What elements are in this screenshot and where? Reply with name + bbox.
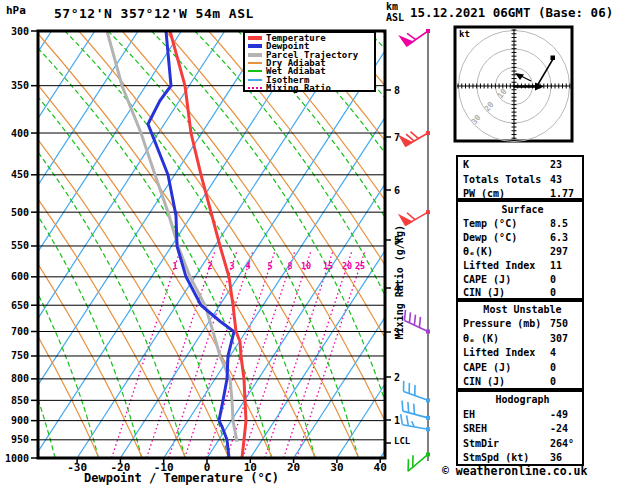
x-axis-label: Dewpoint / Temperature (°C): [84, 472, 279, 485]
table-row: Temp (°C)8.5: [463, 217, 582, 231]
svg-text:1: 1: [394, 415, 400, 426]
svg-text:750: 750: [11, 350, 29, 361]
svg-text:1: 1: [172, 261, 177, 271]
svg-text:550: 550: [11, 240, 29, 251]
datetime-label: 15.12.2021 06GMT (Base: 06): [410, 6, 613, 19]
mixing-ratio-axis-label: Mixing Ratio (g/kg): [395, 212, 406, 352]
legend-label: Mixing Ratio: [266, 83, 331, 93]
hodograph-table: HodographEH-49SREH-24StmDir264°StmSpd (k…: [456, 390, 584, 466]
svg-text:20: 20: [342, 261, 352, 271]
table-row: CIN (J)0: [463, 286, 582, 300]
hodograph-unit-label: kt: [459, 30, 470, 39]
most-unstable-table: Most UnstablePressure (mb)750θₑ (K)307Li…: [456, 300, 584, 390]
legend-swatch-dry-adiabat: [248, 62, 262, 64]
svg-text:20: 20: [287, 461, 300, 474]
legend-swatch-parcel-trajectory: [248, 53, 262, 57]
table-row: SREH-24: [463, 422, 582, 437]
svg-text:500: 500: [11, 207, 29, 218]
svg-text:400: 400: [11, 128, 29, 139]
svg-text:8: 8: [394, 85, 400, 96]
svg-text:450: 450: [11, 169, 29, 180]
table-title: Most Unstable: [463, 303, 582, 317]
hodograph: 102030: [455, 27, 572, 142]
pressure-axis: 3003504004505005506006507007508008509009…: [5, 26, 38, 464]
legend-swatch-isotherm: [248, 79, 262, 81]
svg-text:8: 8: [287, 261, 292, 271]
copyright: © weatheronline.co.uk: [442, 465, 587, 477]
svg-text:30: 30: [330, 461, 343, 474]
svg-text:600: 600: [11, 271, 29, 282]
table-row: CAPE (J)0: [463, 273, 582, 287]
table-row: K23: [463, 158, 582, 173]
svg-text:40: 40: [374, 461, 387, 474]
table-row: Lifted Index11: [463, 259, 582, 273]
svg-text:5: 5: [267, 261, 272, 271]
legend-swatch-wet-adiabat: [248, 70, 262, 72]
skewt-sounding-app: 1234581015202530035040045050055060065070…: [0, 0, 629, 486]
svg-text:4: 4: [245, 261, 250, 271]
svg-text:2: 2: [394, 372, 400, 383]
svg-text:850: 850: [11, 395, 29, 406]
svg-text:700: 700: [11, 326, 29, 337]
svg-text:900: 900: [11, 415, 29, 426]
altitude-axis-unit: kmASL: [386, 2, 404, 23]
legend-swatch-temperature: [248, 36, 262, 40]
svg-text:300: 300: [11, 26, 29, 37]
table-row: CIN (J)0: [463, 375, 582, 389]
legend: TemperatureDewpointParcel TrajectoryDry …: [243, 31, 376, 92]
table-title: Surface: [463, 203, 582, 217]
svg-text:350: 350: [11, 80, 29, 91]
temperature-trace: [170, 31, 246, 458]
svg-text:2: 2: [207, 261, 212, 271]
svg-text:800: 800: [11, 373, 29, 384]
mixing-ratio-lines: [112, 250, 366, 458]
pressure-axis-unit: hPa: [6, 5, 26, 17]
table-row: CAPE (J)0: [463, 361, 582, 375]
station-title: 57°12'N 357°12'W 54m ASL: [54, 7, 254, 21]
svg-text:6: 6: [394, 185, 400, 196]
legend-swatch-mixing-ratio: [248, 87, 262, 89]
table-row: θₑ (K)307: [463, 332, 582, 346]
svg-text:650: 650: [11, 300, 29, 311]
table-row: Pressure (mb)750: [463, 317, 582, 331]
svg-text:10: 10: [301, 261, 311, 271]
svg-text:950: 950: [11, 434, 29, 445]
table-row: Totals Totals43: [463, 173, 582, 188]
svg-text:1000: 1000: [5, 453, 29, 464]
table-row: Dewp (°C)6.3: [463, 231, 582, 245]
svg-text:7: 7: [394, 132, 400, 143]
table-row: StmDir264°: [463, 437, 582, 452]
indices-table: K23Totals Totals43PW (cm)1.77: [456, 155, 584, 200]
svg-text:3: 3: [229, 261, 234, 271]
table-title: Hodograph: [463, 393, 582, 408]
svg-text:25: 25: [355, 261, 365, 271]
surface-table: SurfaceTemp (°C)8.5Dewp (°C)6.3θₑ(K)297L…: [456, 200, 584, 300]
legend-swatch-dewpoint: [248, 44, 262, 48]
table-row: EH-49: [463, 408, 582, 423]
legend-item: Mixing Ratio: [248, 84, 374, 92]
svg-text:15: 15: [323, 261, 333, 271]
lcl-label: LCL: [394, 437, 410, 446]
table-row: Lifted Index4: [463, 346, 582, 360]
table-row: θₑ(K)297: [463, 245, 582, 259]
